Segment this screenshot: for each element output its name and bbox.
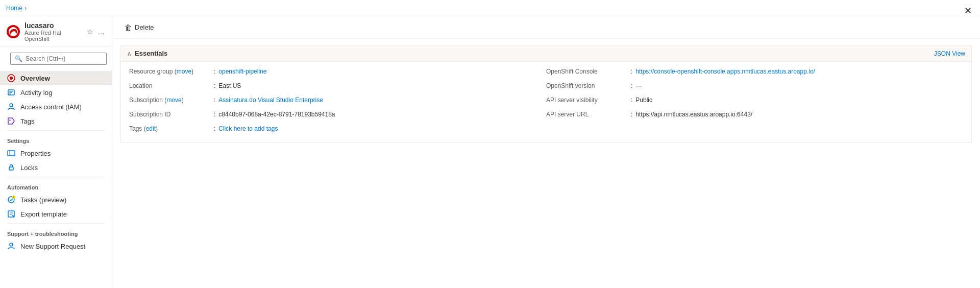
pin-icon[interactable]: ☆ (86, 27, 94, 37)
close-button[interactable]: ✕ (964, 5, 972, 16)
essentials-right-col: OpenShift Console : https://console-open… (546, 68, 963, 136)
nav-divider-support (7, 223, 105, 224)
essentials-title: Essentials (135, 50, 167, 57)
essentials-value-openshift-version: --- (635, 82, 642, 89)
sidebar-resource-name: lucasaro (24, 21, 82, 30)
sidebar-navigation: Overview Activity log (0, 69, 112, 288)
sidebar-item-export-template[interactable]: Export template (0, 207, 112, 221)
essentials-label-subscription-id: Subscription ID (129, 111, 211, 118)
export-template-icon (7, 210, 15, 218)
sidebar-item-overview-label: Overview (20, 75, 50, 82)
essentials-chevron-icon[interactable]: ∧ (127, 50, 132, 57)
sidebar-item-tasks[interactable]: ! Tasks (preview) (0, 193, 112, 207)
essentials-label-tags: Tags (edit) (129, 125, 211, 132)
essentials-section: ∧ Essentials JSON View Resource group (m… (120, 45, 972, 143)
support-section-label: Support + troubleshooting (0, 226, 112, 239)
svg-rect-13 (9, 167, 13, 170)
svg-text:!: ! (13, 196, 14, 199)
toolbar: 🗑 Delete (112, 16, 980, 39)
svg-point-10 (9, 119, 10, 121)
properties-icon (7, 149, 15, 157)
sidebar-item-new-support-request[interactable]: New Support Request (0, 239, 112, 253)
svg-marker-9 (8, 118, 14, 124)
essentials-value-api-url: https://api.nmtlucas.eastus.aroapp.io:64… (635, 111, 752, 118)
sidebar-item-activity-log[interactable]: Activity log (0, 85, 112, 100)
access-control-icon (7, 103, 15, 111)
sidebar-header-icons: ☆ … (86, 27, 106, 37)
resource-group-move-link[interactable]: move (177, 68, 191, 75)
json-view-link[interactable]: JSON View (934, 50, 965, 57)
sidebar-item-activity-log-label: Activity log (20, 89, 52, 97)
essentials-label-location: Location (129, 82, 211, 89)
tags-value-link[interactable]: Click here to add tags (218, 125, 278, 132)
sidebar-item-locks[interactable]: Locks (0, 160, 112, 175)
essentials-grid: Resource group (move) : openshift-pipeli… (121, 62, 971, 142)
overview-icon (7, 74, 15, 82)
tags-edit-link[interactable]: edit (146, 125, 156, 132)
sidebar-item-export-template-label: Export template (20, 210, 67, 218)
sidebar-item-overview[interactable]: Overview (0, 71, 112, 85)
essentials-value-api-visibility: Public (635, 97, 652, 104)
more-icon[interactable]: … (96, 27, 106, 37)
sidebar-header: lucasaro Azure Red Hat OpenShift ☆ … (0, 16, 112, 46)
breadcrumb-home[interactable]: Home (6, 5, 22, 12)
essentials-row-openshift-version: OpenShift version : --- (546, 82, 963, 93)
essentials-value-subscription-id: c8440b97-068a-42ec-8791-78193b59418a (218, 111, 335, 118)
essentials-left-col: Resource group (move) : openshift-pipeli… (129, 68, 546, 136)
sidebar-item-properties[interactable]: Properties (0, 146, 112, 160)
essentials-row-subscription: Subscription (move) : Assinatura do Visu… (129, 97, 546, 108)
sidebar-item-locks-label: Locks (20, 164, 38, 172)
delete-button-label: Delete (135, 23, 154, 31)
nav-divider-automation (7, 177, 105, 177)
sidebar-item-new-support-request-label: New Support Request (20, 243, 85, 250)
openshift-console-link[interactable]: https://console-openshift-console.apps.n… (635, 68, 815, 75)
resource-logo (6, 25, 20, 39)
essentials-row-tags: Tags (edit) : Click here to add tags (129, 125, 546, 136)
essentials-row-resource-group: Resource group (move) : openshift-pipeli… (129, 68, 546, 79)
search-icon: 🔍 (15, 55, 22, 62)
search-input[interactable] (26, 55, 102, 62)
automation-section-label: Automation (0, 179, 112, 193)
sidebar-resource-type: Azure Red Hat OpenShift (24, 30, 82, 42)
essentials-sep-rg: : (214, 68, 215, 75)
essentials-value-location: East US (218, 82, 241, 89)
activity-log-icon (7, 88, 15, 97)
essentials-row-api-url: API server URL : https://api.nmtlucas.ea… (546, 111, 963, 122)
locks-icon (7, 163, 15, 172)
sidebar-item-tags[interactable]: Tags (0, 114, 112, 128)
sidebar-title-group: lucasaro Azure Red Hat OpenShift (24, 21, 82, 42)
sidebar-item-tasks-label: Tasks (preview) (20, 196, 66, 204)
essentials-row-subscription-id: Subscription ID : c8440b97-068a-42ec-879… (129, 111, 546, 122)
essentials-row-api-visibility: API server visibility : Public (546, 97, 963, 108)
search-box: 🔍 (10, 53, 107, 65)
breadcrumb-separator: › (24, 5, 27, 12)
delete-icon: 🗑 (125, 23, 132, 32)
sidebar-item-access-control[interactable]: Access control (IAM) (0, 100, 112, 114)
sidebar-item-properties-label: Properties (20, 150, 51, 157)
essentials-label-subscription: Subscription (move) (129, 97, 211, 104)
essentials-row-location: Location : East US (129, 82, 546, 93)
sidebar-item-tags-label: Tags (20, 117, 34, 125)
essentials-label-openshift-version: OpenShift version (546, 82, 628, 89)
resource-group-value-link[interactable]: openshift-pipeline (218, 68, 266, 75)
essentials-label-api-url: API server URL (546, 111, 628, 118)
essentials-header: ∧ Essentials JSON View (121, 45, 971, 62)
content-area: ∧ Essentials JSON View Resource group (m… (112, 39, 980, 288)
subscription-move-link[interactable]: move (166, 97, 181, 104)
main-content: 🗑 Delete ∧ Essentials JSON View (112, 16, 980, 288)
support-icon (7, 242, 15, 250)
svg-point-8 (10, 104, 13, 107)
essentials-row-openshift-console: OpenShift Console : https://console-open… (546, 68, 963, 79)
subscription-value-link[interactable]: Assinatura do Visual Studio Enterprise (218, 97, 323, 104)
essentials-label-openshift-console: OpenShift Console (546, 68, 628, 75)
settings-section-label: Settings (0, 133, 112, 146)
delete-button[interactable]: 🗑 Delete (120, 21, 158, 34)
svg-point-3 (10, 77, 13, 80)
sidebar-item-access-control-label: Access control (IAM) (20, 103, 82, 111)
nav-divider-settings (7, 130, 105, 131)
breadcrumb-bar: Home › (0, 0, 980, 16)
tags-icon (7, 117, 15, 125)
essentials-label-resource-group: Resource group (move) (129, 68, 211, 75)
svg-point-20 (10, 243, 13, 246)
essentials-title-row: ∧ Essentials (127, 50, 167, 57)
